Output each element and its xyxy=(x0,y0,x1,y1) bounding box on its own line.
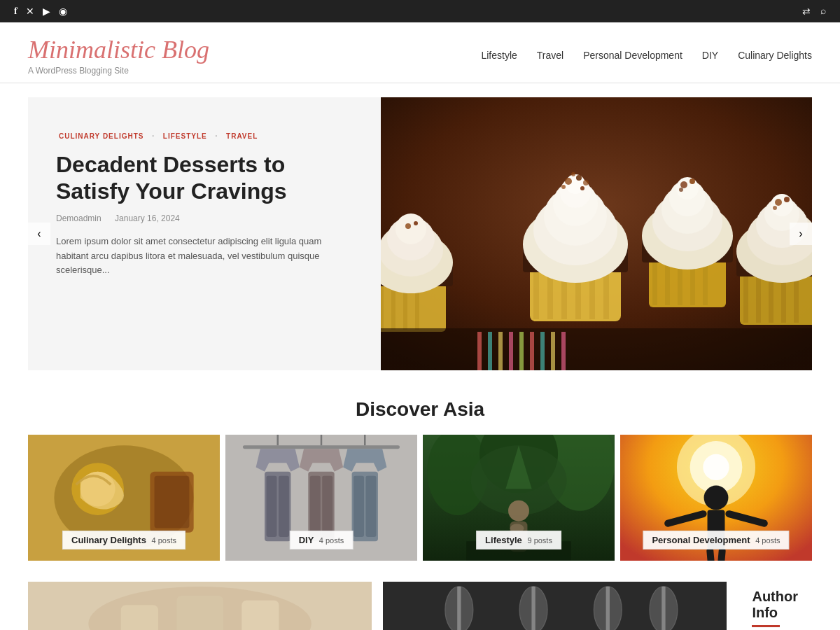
section-title: Discover Asia xyxy=(0,398,840,421)
site-branding: Minimalistic Blog A WordPress Blogging S… xyxy=(28,35,209,76)
svg-rect-79 xyxy=(155,476,190,528)
svg-point-49 xyxy=(775,199,782,206)
main-nav: Lifestyle Travel Personal Development DI… xyxy=(481,50,812,61)
svg-rect-39 xyxy=(756,274,761,323)
youtube-icon[interactable]: ▶ xyxy=(43,6,50,18)
nav-lifestyle[interactable]: Lifestyle xyxy=(481,50,517,61)
lifestyle-label: Lifestyle 9 posts xyxy=(476,531,561,550)
svg-rect-87 xyxy=(267,476,277,537)
svg-rect-69 xyxy=(519,332,524,370)
hero-categories: CULINARY DELIGHTS · LIFESTYLE · TRAVEL xyxy=(56,132,353,140)
category-card-diy[interactable]: DIY 4 posts xyxy=(225,435,417,561)
svg-rect-90 xyxy=(310,476,321,537)
site-title[interactable]: Minimalistic Blog xyxy=(28,35,209,64)
hero-cat-culinary[interactable]: CULINARY DELIGHTS xyxy=(59,132,144,140)
social-links: 𝐟 ✕ ▶ ◉ xyxy=(14,6,67,18)
svg-rect-66 xyxy=(488,332,492,370)
author-info-underline xyxy=(752,625,780,627)
shuffle-icon[interactable]: ⇄ xyxy=(802,6,811,18)
hero-date: January 16, 2024 xyxy=(115,214,180,223)
svg-point-61 xyxy=(396,214,426,244)
hero-title[interactable]: Decadent Desserts to Satisfy Your Cravin… xyxy=(56,151,353,205)
svg-point-130 xyxy=(519,587,547,630)
author-info-section: Author Info xyxy=(738,582,812,630)
svg-point-20 xyxy=(580,186,584,190)
instagram-icon[interactable]: ◉ xyxy=(59,6,67,18)
personal-development-name: Personal Development xyxy=(652,535,750,545)
svg-point-34 xyxy=(680,181,687,188)
svg-rect-73 xyxy=(561,332,566,370)
search-icon[interactable]: ⌕ xyxy=(820,6,826,18)
svg-point-36 xyxy=(679,188,683,192)
svg-rect-64 xyxy=(381,328,812,370)
diy-name: DIY xyxy=(299,535,314,545)
svg-point-110 xyxy=(703,454,729,480)
svg-point-16 xyxy=(565,178,572,185)
hero-excerpt: Lorem ipsum dolor sit amet consectetur a… xyxy=(56,234,353,278)
category-card-personal-development[interactable]: Personal Development 4 posts xyxy=(620,435,812,561)
svg-rect-23 xyxy=(652,260,657,305)
svg-rect-72 xyxy=(551,332,555,370)
bottom-image-1 xyxy=(28,582,372,630)
svg-point-18 xyxy=(583,180,589,186)
svg-rect-65 xyxy=(477,332,482,370)
diy-label: DIY 4 posts xyxy=(290,531,354,550)
svg-rect-38 xyxy=(743,274,748,323)
hero-prev-button[interactable]: ‹ xyxy=(28,223,50,245)
svg-point-101 xyxy=(508,500,529,522)
svg-point-127 xyxy=(445,587,473,630)
topbar-actions: ⇄ ⌕ xyxy=(802,6,826,18)
category-card-lifestyle[interactable]: Lifestyle 9 posts xyxy=(423,435,615,561)
personal-development-posts: 4 posts xyxy=(755,536,780,545)
svg-point-62 xyxy=(405,223,411,229)
svg-point-19 xyxy=(561,185,566,189)
svg-rect-94 xyxy=(366,476,377,537)
site-header: Minimalistic Blog A WordPress Blogging S… xyxy=(0,22,840,83)
svg-point-48 xyxy=(771,194,793,216)
nav-diy[interactable]: DIY xyxy=(702,50,718,61)
category-card-culinary[interactable]: Culinary Delights 4 posts xyxy=(28,435,220,561)
lifestyle-posts: 9 posts xyxy=(527,536,552,545)
svg-rect-93 xyxy=(354,476,364,537)
nav-personal-development[interactable]: Personal Development xyxy=(583,50,682,61)
bottom-row: Author Info xyxy=(0,582,840,630)
svg-point-17 xyxy=(576,175,582,181)
nav-culinary-delights[interactable]: Culinary Delights xyxy=(738,50,812,61)
culinary-delights-name: Culinary Delights xyxy=(71,535,146,545)
svg-rect-53 xyxy=(381,284,384,330)
svg-rect-70 xyxy=(530,332,534,370)
nav-travel[interactable]: Travel xyxy=(537,50,564,61)
hero-cat-lifestyle[interactable]: LIFESTYLE xyxy=(163,132,207,140)
svg-rect-54 xyxy=(391,284,396,330)
svg-rect-3 xyxy=(533,267,539,319)
svg-rect-82 xyxy=(243,445,400,449)
culinary-delights-label: Culinary Delights 4 posts xyxy=(62,531,186,550)
svg-rect-91 xyxy=(322,476,332,537)
svg-point-51 xyxy=(773,206,777,210)
svg-point-63 xyxy=(414,221,418,225)
svg-rect-67 xyxy=(498,332,503,370)
hero-slider: ‹ CULINARY DELIGHTS · LIFESTYLE · TRAVEL… xyxy=(28,97,812,370)
bottom-image-2 xyxy=(383,582,727,630)
culinary-delights-posts: 4 posts xyxy=(152,536,176,545)
svg-point-111 xyxy=(704,486,729,510)
facebook-icon[interactable]: 𝐟 xyxy=(14,6,18,18)
personal-development-label: Personal Development 4 posts xyxy=(643,531,789,550)
svg-point-21 xyxy=(571,172,575,176)
svg-rect-88 xyxy=(279,476,289,537)
svg-point-136 xyxy=(650,587,678,630)
diy-posts: 4 posts xyxy=(319,536,344,545)
site-subtitle: A WordPress Blogging Site xyxy=(28,66,209,76)
hero-cat-travel[interactable]: TRAVEL xyxy=(226,132,258,140)
hero-content: CULINARY DELIGHTS · LIFESTYLE · TRAVEL D… xyxy=(28,97,381,370)
category-grid: Culinary Delights 4 posts xyxy=(0,435,840,561)
svg-rect-122 xyxy=(241,601,279,630)
svg-rect-120 xyxy=(121,605,158,630)
svg-rect-71 xyxy=(540,332,545,370)
hero-next-button[interactable]: › xyxy=(790,223,812,245)
twitter-x-icon[interactable]: ✕ xyxy=(26,6,34,18)
hero-image xyxy=(381,97,812,370)
svg-rect-121 xyxy=(176,596,223,630)
hero-meta: Demoadmin January 16, 2024 xyxy=(56,214,353,223)
hero-author: Demoadmin xyxy=(56,214,102,223)
